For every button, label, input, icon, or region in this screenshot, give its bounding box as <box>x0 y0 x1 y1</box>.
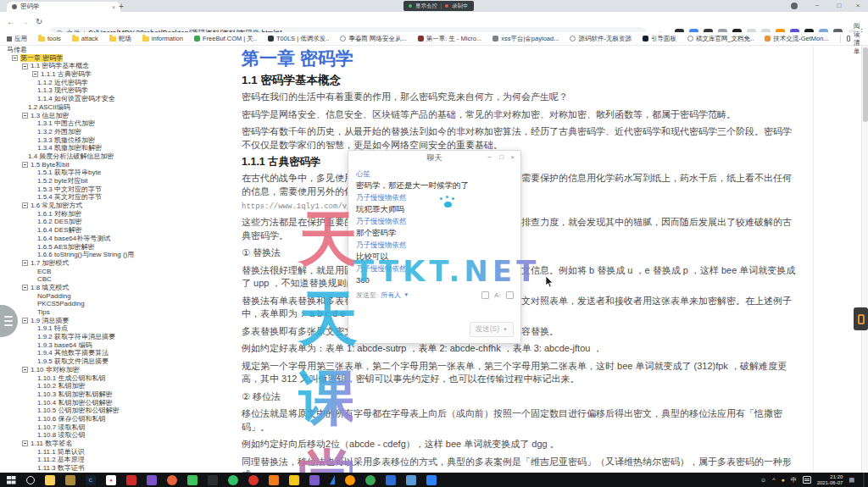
app-gold-icon[interactable] <box>65 475 75 485</box>
toc-item[interactable]: 1.3.1 中国古代加密 <box>0 119 222 128</box>
toc-item[interactable]: 1.10 非对称加密 <box>0 366 222 374</box>
collapse-icon[interactable] <box>22 367 28 373</box>
toc-item[interactable]: 1.10.3 私钥加密私钥解密 <box>0 390 222 399</box>
toc-item[interactable]: 1.10.8 读取公钥 <box>0 431 222 440</box>
back-button[interactable]: ← <box>7 16 15 27</box>
toc-item[interactable]: 1.8 填充模式 <box>0 284 222 292</box>
toc-item[interactable]: 1.11.2 基本原理 <box>0 456 222 464</box>
search-icon[interactable] <box>26 476 35 484</box>
toc-item[interactable]: 1.5.2 byte对应bit <box>0 177 222 185</box>
font-icon[interactable]: A· <box>494 291 501 299</box>
toc-item[interactable]: 1.9 消息摘要 <box>0 317 222 325</box>
forward-button[interactable]: → <box>20 16 29 27</box>
toc-item[interactable]: 1.11.1 简单认识 <box>0 448 222 457</box>
toc-item[interactable]: 1.2 ASCII编码 <box>0 103 222 112</box>
toc-item[interactable]: 1.5.1 获取字符串byte <box>0 169 222 177</box>
toc-item[interactable]: 1.3 信息加密 <box>0 112 222 120</box>
bookmark-item[interactable]: attack <box>72 35 98 42</box>
toc-item[interactable]: Tips <box>0 308 222 317</box>
toc-item[interactable]: 1.7 加密模式 <box>0 259 222 268</box>
app-music-icon[interactable]: ● <box>106 475 116 485</box>
bookmark-item[interactable]: 源码软件-无极资源 <box>570 35 632 43</box>
wechat-icon[interactable] <box>187 475 198 485</box>
bookmark-item[interactable]: 技术交流-GetMon... <box>765 35 828 43</box>
collapse-icon[interactable] <box>22 113 28 119</box>
window-settings-icon[interactable] <box>791 3 798 9</box>
notification-icon[interactable]: ▤ <box>849 473 854 487</box>
taskbar-clock[interactable]: 21:20 2021-06-07 <box>817 474 843 486</box>
toc-item[interactable]: 第一章 密码学 <box>0 54 222 63</box>
toc-item[interactable]: NoPadding <box>0 292 222 301</box>
toc-item[interactable]: PKCS5Padding <box>0 300 222 308</box>
notes-icon[interactable] <box>803 476 811 484</box>
toc-item[interactable]: 1.9.5 获取文件消息摘要 <box>0 357 222 366</box>
toc-item[interactable]: 1.10.2 私钥加密 <box>0 382 222 390</box>
toc-item[interactable]: 1.10.5 公钥加密和公钥解密 <box>0 407 222 415</box>
toc-item[interactable]: 1.1 密码学基本概念 <box>0 62 222 70</box>
bookmark-item[interactable]: 第一章: 生 - Micro... <box>418 35 481 43</box>
tab-cryptography[interactable]: 密码学 × <box>7 2 120 12</box>
new-tab-button[interactable]: + <box>119 2 124 11</box>
toc-item[interactable]: 1.10.1 生成公钥和私钥 <box>0 374 222 383</box>
collapse-icon[interactable] <box>22 318 28 324</box>
toc-item[interactable]: ECB <box>0 268 222 276</box>
bookmark-item[interactable]: 稿文库官网_文档免.. <box>687 35 754 43</box>
toc-item[interactable]: 1.1.4 如何设置密码才安全 <box>0 95 222 103</box>
app-green-pair-icon[interactable] <box>228 475 238 485</box>
app-red-star-icon[interactable] <box>126 475 136 485</box>
toc-item[interactable]: 1.10.4 私钥加密公钥解密 <box>0 399 222 407</box>
bookmark-item[interactable]: FreeBuf.COM | 关.. <box>194 35 257 43</box>
visual-studio-icon[interactable] <box>147 475 157 485</box>
app-blue-triangle-icon[interactable] <box>330 475 335 484</box>
toc-item[interactable]: 1.10.6 保存公钥和私钥 <box>0 415 222 423</box>
meeting-control-bar[interactable]: 显示会控 录制中 <box>403 1 474 11</box>
collapse-icon[interactable] <box>22 260 28 266</box>
shield-icon[interactable]: ● <box>781 473 784 487</box>
collapse-icon[interactable] <box>12 55 18 61</box>
screenshot-icon[interactable] <box>506 291 514 299</box>
bookmark-item[interactable]: xss平台|金payload... <box>492 35 559 43</box>
send-button[interactable]: 发送(S) ▼ <box>470 322 514 337</box>
toc-item[interactable]: 1.5 Byte和bit <box>0 161 222 169</box>
toc-item[interactable]: 1.6.6 toString()与new String ()用 <box>0 251 222 259</box>
toc-item[interactable]: 1.6.1 对称加密 <box>0 210 222 219</box>
chat-minimize-icon[interactable]: − <box>487 152 492 163</box>
app-purple-square-icon[interactable] <box>309 475 320 485</box>
bookmark-item[interactable]: tools <box>38 35 61 42</box>
file-explorer-icon[interactable] <box>45 475 55 485</box>
chrome-icon[interactable] <box>365 475 376 485</box>
toc-item[interactable]: 1.3.4 凯撒加密和解密 <box>0 144 222 152</box>
start-button[interactable] <box>6 475 16 485</box>
toc-item[interactable]: 1.1.2 近代密码学 <box>0 79 222 87</box>
show-desktop-button[interactable] <box>863 473 865 487</box>
chat-close-icon[interactable]: × <box>510 152 515 163</box>
bookmark-item[interactable]: information <box>142 35 183 42</box>
window-close-button[interactable]: × <box>848 0 868 12</box>
toc-item[interactable]: 1.1.1 古典密码学 <box>0 70 222 79</box>
app-blue-square-icon[interactable] <box>386 475 396 485</box>
toc-item[interactable]: 1.9.3 base64 编码 <box>0 341 222 350</box>
toc-item[interactable]: 1.1.3 现代密码学 <box>0 86 222 95</box>
toc-item[interactable]: 1.6.4 base64补等号测试 <box>0 235 222 243</box>
reload-button[interactable]: ↻ <box>36 16 42 27</box>
toc-item[interactable]: 1.11 数字签名 <box>0 440 222 448</box>
tab-close-icon[interactable]: × <box>112 4 115 10</box>
collapse-icon[interactable] <box>22 64 28 69</box>
toc-item[interactable]: 1.6 常见加密方式 <box>0 202 222 210</box>
window-minimize-button[interactable]: − <box>807 0 827 12</box>
app-orange-circle-icon[interactable] <box>167 475 177 485</box>
collapse-icon[interactable] <box>22 285 28 291</box>
app-dark-icon[interactable] <box>208 475 218 485</box>
app-blue-mountain-icon[interactable] <box>406 475 416 485</box>
bookmark-item[interactable]: T00LS | 低调求发.. <box>268 35 329 43</box>
app-orange-square-icon[interactable] <box>269 475 279 485</box>
ime-indicator[interactable]: 中 <box>791 473 797 487</box>
tray-expand-caret-icon[interactable]: ^ <box>772 473 775 487</box>
collapse-icon[interactable] <box>22 162 28 168</box>
toc-item[interactable]: 1.5.4 英文对应的字节 <box>0 193 222 202</box>
bookmark-item[interactable]: 季春雨 网络安全从... <box>340 35 406 43</box>
app-yellow-square-icon[interactable] <box>289 475 299 485</box>
send-to-dropdown[interactable]: 所有人 <box>381 291 401 300</box>
toc-item[interactable]: 1.3.3 凯撒位移加密 <box>0 136 222 145</box>
scrollbar-thumb[interactable] <box>863 47 868 122</box>
